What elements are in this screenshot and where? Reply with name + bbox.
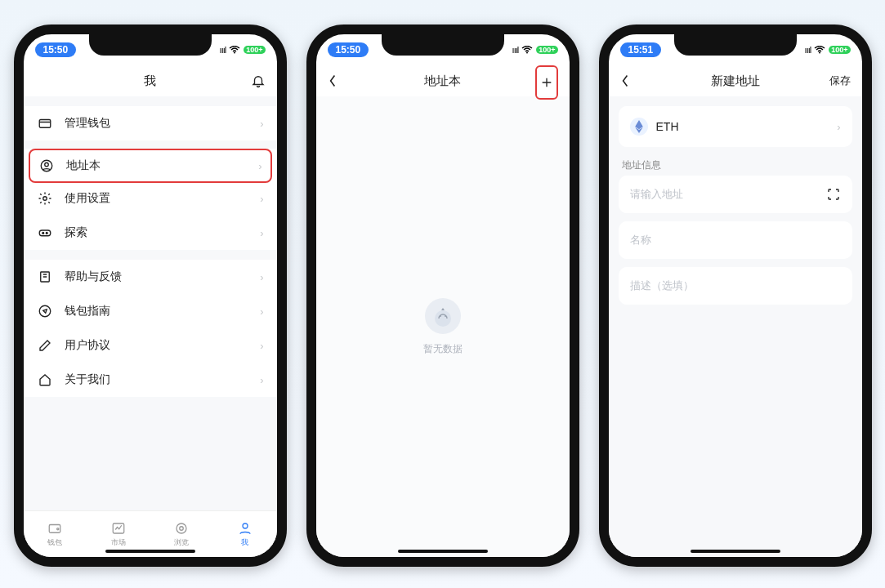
chevron-right-icon: › [260, 227, 263, 239]
svg-rect-1 [39, 120, 51, 128]
chevron-right-icon: › [260, 271, 263, 283]
page-title: 新建地址 [711, 74, 760, 89]
gear-icon [37, 191, 53, 206]
row-explore[interactable]: 探索 › [24, 216, 277, 250]
row-address-book[interactable]: 地址本 › [29, 149, 272, 183]
battery-icon: 100+ [536, 46, 557, 54]
tab-label: 浏览 [174, 537, 189, 548]
row-settings[interactable]: 使用设置 › [24, 181, 277, 216]
back-button[interactable] [328, 65, 337, 96]
description-input[interactable]: 描述（选填） [619, 267, 852, 305]
tab-label: 市场 [111, 537, 126, 548]
svg-point-13 [177, 523, 186, 533]
add-button[interactable] [535, 65, 558, 100]
row-label: 帮助与反馈 [65, 270, 261, 284]
coin-selector[interactable]: ETH › [619, 106, 852, 147]
notch [382, 34, 504, 56]
svg-point-17 [435, 310, 451, 327]
back-button[interactable] [620, 65, 630, 96]
row-label: 使用设置 [65, 191, 261, 206]
section-label: 地址信息 [609, 147, 862, 176]
wifi-icon [229, 46, 240, 54]
row-manage-wallet[interactable]: 管理钱包 › [24, 106, 277, 140]
row-label: 钱包指南 [65, 304, 261, 318]
header: 新建地址 保存 [609, 65, 862, 96]
row-label: 管理钱包 [65, 116, 261, 131]
phone-address-book-screen: 15:50 ıııl 100+ 地址本 暂无数据 [306, 24, 579, 567]
svg-point-4 [42, 197, 47, 201]
book-icon [37, 270, 53, 284]
signal-icon: ıııl [805, 45, 811, 55]
status-time: 15:50 [328, 42, 369, 57]
address-list-empty: 暂无数据 [316, 96, 570, 557]
status-time: 15:50 [35, 42, 77, 57]
svg-point-11 [57, 528, 59, 529]
home-indicator[interactable] [105, 550, 195, 553]
tab-wallet[interactable]: 钱包 [47, 521, 63, 548]
row-guide[interactable]: 钱包指南 › [24, 294, 277, 328]
chevron-right-icon: › [260, 118, 263, 130]
save-button[interactable]: 保存 [829, 65, 851, 96]
header: 地址本 [316, 65, 570, 96]
notch [674, 34, 797, 56]
tab-market[interactable]: 市场 [110, 521, 127, 548]
tab-label: 我 [241, 537, 248, 548]
wifi-icon [814, 46, 825, 54]
svg-point-9 [39, 305, 51, 317]
svg-point-20 [819, 52, 820, 54]
name-placeholder: 名称 [630, 233, 651, 247]
svg-point-19 [445, 315, 446, 317]
signal-icon: ıııl [512, 45, 519, 55]
coin-label: ETH [656, 120, 838, 133]
chevron-right-icon: › [260, 305, 263, 318]
phone-me-screen: 15:50 ıııl 100+ 我 管理钱包 › [14, 24, 287, 567]
new-address-form: ETH › 地址信息 请输入地址 名称 描述（选填） [609, 96, 862, 557]
battery-icon: 100+ [244, 46, 265, 54]
address-input[interactable]: 请输入地址 [619, 176, 852, 213]
row-about[interactable]: 关于我们 › [24, 363, 277, 397]
status-time: 15:51 [620, 42, 662, 57]
chevron-right-icon: › [258, 160, 261, 172]
header: 我 [24, 65, 277, 96]
scan-icon[interactable] [826, 187, 841, 202]
wifi-icon [521, 46, 533, 54]
svg-rect-5 [39, 230, 51, 236]
tab-me[interactable]: 我 [237, 521, 253, 548]
row-label: 关于我们 [65, 372, 261, 387]
wallet-icon [37, 116, 53, 131]
svg-point-3 [44, 163, 48, 167]
svg-point-0 [234, 52, 235, 54]
eth-icon [630, 118, 648, 136]
svg-point-16 [526, 52, 528, 54]
empty-text: 暂无数据 [423, 342, 463, 356]
row-label: 用户协议 [65, 338, 261, 353]
chevron-right-icon: › [260, 340, 263, 352]
svg-point-15 [243, 523, 248, 528]
row-help[interactable]: 帮助与反馈 › [24, 260, 277, 294]
home-icon [37, 372, 53, 387]
signal-icon: ıııl [220, 45, 226, 55]
svg-point-14 [180, 526, 184, 530]
page-title: 我 [144, 74, 156, 89]
row-label: 探索 [65, 225, 261, 240]
svg-point-6 [42, 232, 43, 234]
tab-browse[interactable]: 浏览 [173, 521, 190, 548]
chevron-right-icon: › [260, 374, 263, 386]
description-placeholder: 描述（选填） [630, 278, 694, 293]
battery-icon: 100+ [829, 46, 850, 54]
goggles-icon [37, 225, 53, 240]
home-indicator[interactable] [691, 550, 780, 553]
phone-new-address-screen: 15:51 ıııl 100+ 新建地址 保存 ETH › 地址信息 [599, 24, 872, 567]
home-indicator[interactable] [398, 550, 488, 553]
name-input[interactable]: 名称 [619, 221, 852, 259]
svg-point-7 [46, 232, 47, 234]
bell-icon[interactable] [251, 65, 266, 96]
row-agreement[interactable]: 用户协议 › [24, 328, 277, 363]
edit-icon [37, 338, 53, 353]
row-label: 地址本 [66, 158, 259, 173]
chevron-right-icon: › [260, 193, 263, 205]
compass-icon [37, 304, 53, 318]
notch [89, 34, 212, 56]
page-title: 地址本 [424, 74, 461, 89]
address-placeholder: 请输入地址 [630, 187, 826, 202]
